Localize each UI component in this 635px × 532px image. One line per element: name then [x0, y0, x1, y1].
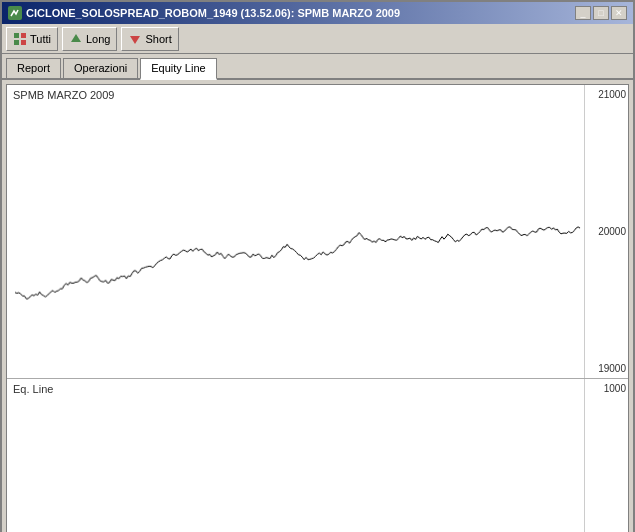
equity-y-top: 1000 — [587, 383, 626, 394]
svg-rect-1 — [21, 33, 26, 38]
minimize-button[interactable]: _ — [575, 6, 591, 20]
svg-marker-4 — [71, 34, 81, 42]
equity-y-axis: 1000 0 — [584, 379, 628, 532]
maximize-button[interactable]: □ — [593, 6, 609, 20]
tutti-icon — [13, 32, 27, 46]
short-icon — [128, 32, 142, 46]
svg-rect-2 — [14, 40, 19, 45]
equity-chart: Eq. Line 1000 0 — [7, 379, 628, 532]
app-icon — [8, 6, 22, 20]
equity-chart-label: Eq. Line — [13, 383, 53, 395]
short-button[interactable]: Short — [121, 27, 178, 51]
price-y-axis: 21000 20000 19000 — [584, 85, 628, 378]
short-label: Short — [145, 33, 171, 45]
chart-container: SPMB MARZO 2009 21000 20000 19000 Eq. Li… — [6, 84, 629, 532]
svg-rect-3 — [21, 40, 26, 45]
svg-rect-0 — [14, 33, 19, 38]
price-chart-label: SPMB MARZO 2009 — [13, 89, 114, 101]
title-bar: CICLONE_SOLOSPREAD_ROBOM_1949 (13.52.06)… — [2, 2, 633, 24]
long-button[interactable]: Long — [62, 27, 117, 51]
price-y-top: 21000 — [587, 89, 626, 100]
price-chart: SPMB MARZO 2009 21000 20000 19000 — [7, 85, 628, 379]
content-area: SPMB MARZO 2009 21000 20000 19000 Eq. Li… — [2, 80, 633, 532]
toolbar: Tutti Long Short — [2, 24, 633, 54]
tabs-bar: Report Operazioni Equity Line — [2, 54, 633, 80]
tutti-button[interactable]: Tutti — [6, 27, 58, 51]
price-canvas — [11, 89, 584, 374]
equity-canvas — [11, 383, 584, 532]
title-bar-left: CICLONE_SOLOSPREAD_ROBOM_1949 (13.52.06)… — [8, 6, 400, 20]
long-label: Long — [86, 33, 110, 45]
tab-equity-line[interactable]: Equity Line — [140, 58, 216, 80]
long-icon — [69, 32, 83, 46]
svg-marker-5 — [130, 36, 140, 44]
tab-operazioni[interactable]: Operazioni — [63, 58, 138, 78]
price-y-bot: 19000 — [587, 363, 626, 374]
title-bar-controls: _ □ ✕ — [575, 6, 627, 20]
tab-report[interactable]: Report — [6, 58, 61, 78]
window-title: CICLONE_SOLOSPREAD_ROBOM_1949 (13.52.06)… — [26, 7, 400, 19]
close-button[interactable]: ✕ — [611, 6, 627, 20]
price-y-mid: 20000 — [587, 226, 626, 237]
main-window: CICLONE_SOLOSPREAD_ROBOM_1949 (13.52.06)… — [0, 0, 635, 532]
tutti-label: Tutti — [30, 33, 51, 45]
